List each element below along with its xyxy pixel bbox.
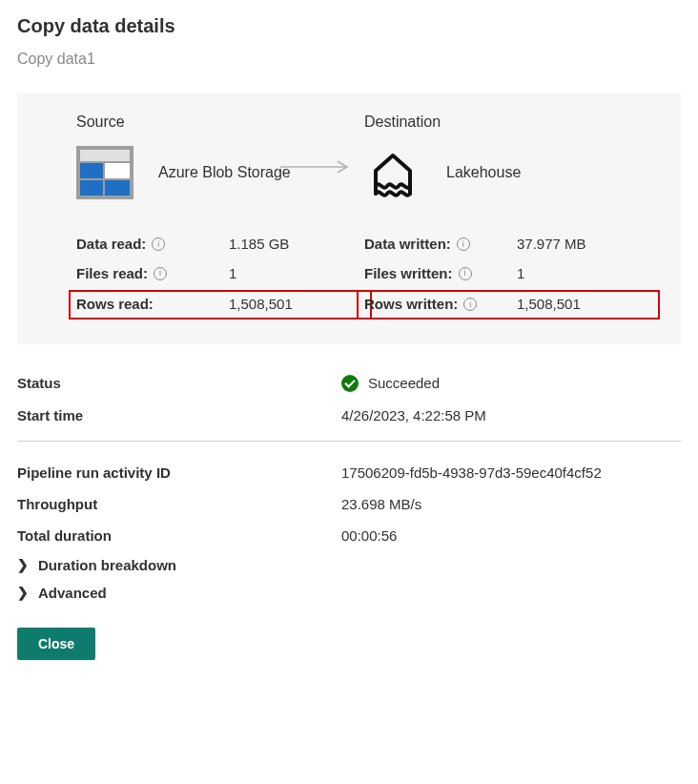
destination-service-name: Lakehouse <box>446 164 521 181</box>
duration-label: Total duration <box>17 527 341 544</box>
status-label: Status <box>17 375 341 391</box>
data-written-label: Data written: <box>364 234 451 256</box>
start-time-row: Start time 4/26/2023, 4:22:58 PM <box>17 400 681 431</box>
info-icon[interactable]: i <box>152 237 165 251</box>
data-read-value: 1.185 GB <box>229 234 364 256</box>
rows-read-value: 1,508,501 <box>229 294 364 316</box>
duration-value: 00:00:56 <box>341 527 681 544</box>
info-icon[interactable]: i <box>154 267 167 280</box>
chevron-right-icon: ❯ <box>17 557 29 572</box>
rows-written-value: 1,508,501 <box>517 294 652 316</box>
info-icon[interactable]: i <box>463 298 477 311</box>
files-written-value: 1 <box>517 263 652 285</box>
duration-breakdown-toggle[interactable]: ❯ Duration breakdown <box>17 551 681 579</box>
advanced-toggle[interactable]: ❯ Advanced <box>17 579 681 607</box>
start-time-value: 4/26/2023, 4:22:58 PM <box>341 407 681 423</box>
divider <box>17 441 681 442</box>
source-heading: Source <box>76 113 364 131</box>
files-read-row: Files read:i 1 <box>76 259 364 289</box>
source-destination-panel: Source Azure Blob Storage Data read:i 1.… <box>17 93 681 344</box>
data-written-value: 37.977 MB <box>517 234 652 256</box>
svg-rect-4 <box>80 180 103 196</box>
status-value: Succeeded <box>368 375 440 391</box>
svg-rect-1 <box>80 150 130 161</box>
close-button[interactable]: Close <box>17 628 95 660</box>
run-id-label: Pipeline run activity ID <box>17 464 341 481</box>
status-row: Status Succeeded <box>17 367 681 400</box>
files-read-label: Files read: <box>76 263 148 285</box>
rows-written-row-highlighted: Rows written:i 1,508,501 <box>357 290 660 320</box>
destination-service: Lakehouse <box>364 144 652 201</box>
chevron-right-icon: ❯ <box>17 585 29 600</box>
duration-row: Total duration 00:00:56 <box>17 520 681 551</box>
source-service-name: Azure Blob Storage <box>158 164 291 181</box>
rows-written-label: Rows written: <box>364 294 458 316</box>
destination-column: Destination Lakehouse Data written:i 37.… <box>364 113 652 320</box>
destination-heading: Destination <box>364 113 652 131</box>
advanced-label: Advanced <box>38 585 107 601</box>
page-title: Copy data details <box>17 15 681 37</box>
data-written-row: Data written:i 37.977 MB <box>364 230 652 259</box>
data-read-row: Data read:i 1.185 GB <box>76 230 364 259</box>
files-written-label: Files written: <box>364 263 453 285</box>
azure-blob-storage-icon <box>76 146 133 199</box>
run-id-row: Pipeline run activity ID 17506209-fd5b-4… <box>17 457 681 488</box>
info-icon[interactable]: i <box>459 267 472 280</box>
data-read-label: Data read: <box>76 234 146 256</box>
start-time-label: Start time <box>17 407 341 423</box>
rows-read-row-highlighted: Rows read: 1,508,501 <box>69 290 372 320</box>
throughput-label: Throughput <box>17 496 341 512</box>
success-icon <box>341 375 359 392</box>
throughput-row: Throughput 23.698 MB/s <box>17 488 681 520</box>
lakehouse-icon <box>364 146 421 199</box>
details-section: Status Succeeded Start time 4/26/2023, 4… <box>17 367 681 607</box>
svg-rect-5 <box>105 180 130 196</box>
rows-read-label: Rows read: <box>76 294 154 316</box>
svg-rect-3 <box>105 163 130 178</box>
activity-name: Copy data1 <box>17 51 681 68</box>
run-id-value: 17506209-fd5b-4938-97d3-59ec40f4cf52 <box>341 464 681 481</box>
throughput-value: 23.698 MB/s <box>341 496 681 512</box>
source-column: Source Azure Blob Storage Data read:i 1.… <box>46 113 364 320</box>
duration-breakdown-label: Duration breakdown <box>38 557 176 573</box>
info-icon[interactable]: i <box>457 237 470 251</box>
files-read-value: 1 <box>229 263 364 285</box>
arrow-icon <box>278 157 355 176</box>
files-written-row: Files written:i 1 <box>364 259 652 289</box>
svg-rect-2 <box>80 163 103 178</box>
